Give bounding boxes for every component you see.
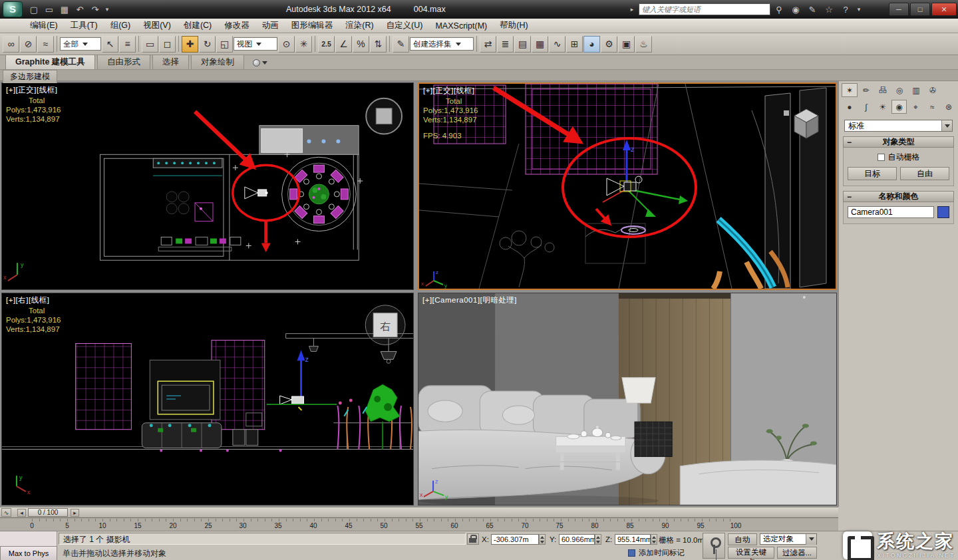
menu-customize[interactable]: 自定义(U) [381,19,429,33]
named-selection-dropdown[interactable]: 创建选择集 [410,37,474,51]
restore-button[interactable]: □ [910,3,930,16]
y-spinner[interactable] [595,534,601,545]
menu-group[interactable]: 组(G) [104,19,137,33]
selection-filter-dropdown[interactable]: 全部 [60,37,101,51]
percent-snap-icon[interactable]: % [353,36,369,53]
bind-to-space-warp-icon[interactable]: ≈ [37,36,54,53]
menu-animation[interactable]: 动画 [256,19,285,33]
target-camera-button[interactable]: 目标 [848,167,897,180]
menu-graph-editors[interactable]: 图形编辑器 [285,19,339,33]
cameras-category-icon[interactable]: ◉ [891,100,907,114]
align-icon[interactable]: ≣ [497,36,514,53]
angle-snap-icon[interactable]: ∠ [335,36,352,53]
favorites-star-icon[interactable]: ☆ [822,2,836,17]
display-tab-icon[interactable]: ▥ [908,83,924,97]
name-and-color-rollout-header[interactable]: − 名称和颜色 [843,191,954,202]
viewport-label[interactable]: [+][Camera001][明暗处理] [422,295,517,305]
viewport-label[interactable]: [+][右][线框] [6,295,49,305]
select-and-scale-icon[interactable]: ◱ [216,36,233,53]
render-setup-icon[interactable]: ⚙ [601,36,617,53]
ribbon-config-button[interactable] [253,59,267,67]
menu-maxscript[interactable]: MAXScript(M) [429,20,493,32]
free-camera-button[interactable]: 自由 [900,167,949,180]
tab-polygon-modeling[interactable]: 多边形建模 [3,70,57,83]
menu-views[interactable]: 视图(V) [137,19,177,33]
x-coord-field[interactable]: -306.307m [491,534,539,545]
tab-freeform[interactable]: 自由形式 [97,54,150,69]
tab-selection[interactable]: 选择 [152,54,189,69]
open-file-icon[interactable]: ▭ [42,2,57,17]
tab-object-paint[interactable]: 对象绘制 [191,54,244,69]
help-icon[interactable]: ? [838,2,853,17]
menu-edit[interactable]: 编辑(E) [24,19,64,33]
auto-key-button[interactable]: 自动 [728,533,757,545]
viewport-top-orthographic[interactable]: [+][正交][线框] Total Polys:1,473,916 Verts:… [1,82,414,290]
object-color-swatch[interactable] [937,206,949,218]
shapes-category-icon[interactable]: ∫ [858,100,874,114]
key-mode-dropdown[interactable]: 选定对象 [760,533,817,545]
z-spinner[interactable] [651,534,657,545]
helpers-category-icon[interactable]: ⌖ [907,100,923,114]
render-production-icon[interactable]: ♨ [635,36,652,53]
selection-lock-toggle[interactable] [467,533,479,545]
close-button[interactable]: ✕ [931,3,957,16]
tab-graphite-modeling-tools[interactable]: Graphite 建模工具 [5,54,95,69]
app-logo-icon[interactable]: S [3,1,23,17]
next-frame-icon[interactable]: ▸ [71,509,79,517]
time-slider[interactable]: 0 / 100 [28,508,68,517]
communication-center-icon[interactable]: ◉ [788,2,803,17]
select-by-name-icon[interactable]: ≡ [119,36,136,53]
autogrid-checkbox[interactable]: 自动栅格 [848,152,949,163]
minimize-button[interactable]: ─ [889,3,909,16]
window-crossing-icon[interactable]: ◻ [159,36,176,53]
object-type-rollout-header[interactable]: − 对象类型 [843,136,954,148]
menu-modifiers[interactable]: 修改器 [218,19,255,33]
motion-tab-icon[interactable]: ◎ [891,83,907,97]
select-and-rotate-icon[interactable]: ↻ [199,36,216,53]
mini-curve-editor-button[interactable]: ∿ [1,508,11,517]
object-name-field[interactable]: Camera001 [848,206,934,218]
menu-rendering[interactable]: 渲染(R) [339,19,379,33]
modify-tab-icon[interactable]: ✏ [858,83,874,97]
x-spinner[interactable] [539,534,546,545]
utilities-tab-icon[interactable]: ✇ [925,83,941,97]
redo-icon[interactable]: ↷ [88,2,102,17]
z-coord-field[interactable]: 955.14mm [615,534,651,545]
pen-icon[interactable]: ✎ [805,2,820,17]
search-icon[interactable]: ⚲ [772,2,786,17]
layer-manager-icon[interactable]: ▤ [514,36,531,53]
curve-editor-icon[interactable]: ∿ [549,36,565,53]
graphite-ribbon-toggle-icon[interactable]: ▦ [532,36,548,53]
viewport-label[interactable]: [+][正交][线框] [423,86,474,96]
create-tab-icon[interactable]: ✶ [842,83,858,97]
camera-type-dropdown[interactable]: 标准 [844,120,953,132]
new-file-icon[interactable]: ▢ [27,2,41,17]
help-dropdown-icon[interactable]: ▾ [855,2,863,17]
reference-coordinate-dropdown[interactable]: 视图 [234,37,277,51]
hierarchy-tab-icon[interactable]: 品 [875,83,891,97]
systems-category-icon[interactable]: ⊛ [941,100,957,114]
timeline-ruler[interactable]: 0 5 10 15 20 25 30 35 40 45 50 55 60 65 … [0,517,838,531]
save-file-icon[interactable]: ▦ [57,2,72,17]
viewport-camera001-shaded[interactable]: [+][Camera001][明暗处理] [418,293,837,505]
workspace-arrow-icon[interactable]: ▸ [628,2,636,17]
geometry-category-icon[interactable]: ● [842,100,858,114]
undo-icon[interactable]: ↶ [73,2,87,17]
viewcube[interactable]: 右 [365,305,405,345]
unlink-selection-icon[interactable]: ⊘ [20,36,37,53]
menu-help[interactable]: 帮助(H) [494,19,534,33]
spinner-snap-icon[interactable]: ⇅ [370,36,387,53]
viewport-orthographic-active[interactable]: [+][正交][线框] Total Polys:1,473,916 Verts:… [418,82,837,290]
select-and-manipulate-icon[interactable]: ✳ [295,36,312,53]
lights-category-icon[interactable]: ☀ [875,100,891,114]
set-key-mode-button[interactable]: 设置关键点 [728,547,774,559]
select-and-move-icon[interactable]: ✚ [182,36,198,53]
viewport-label[interactable]: [+][正交][线框] [6,85,57,95]
snaps-toggle-icon[interactable]: 2.5 [318,36,335,53]
add-time-tag[interactable]: 添加时间标记 [628,548,685,558]
menu-create[interactable]: 创建(C) [178,19,218,33]
edit-named-selections-icon[interactable]: ✎ [393,36,409,53]
quick-access-dropdown-icon[interactable]: ▾ [103,2,111,17]
search-input[interactable] [639,3,770,15]
key-filters-button[interactable]: 过滤器... [777,547,817,559]
